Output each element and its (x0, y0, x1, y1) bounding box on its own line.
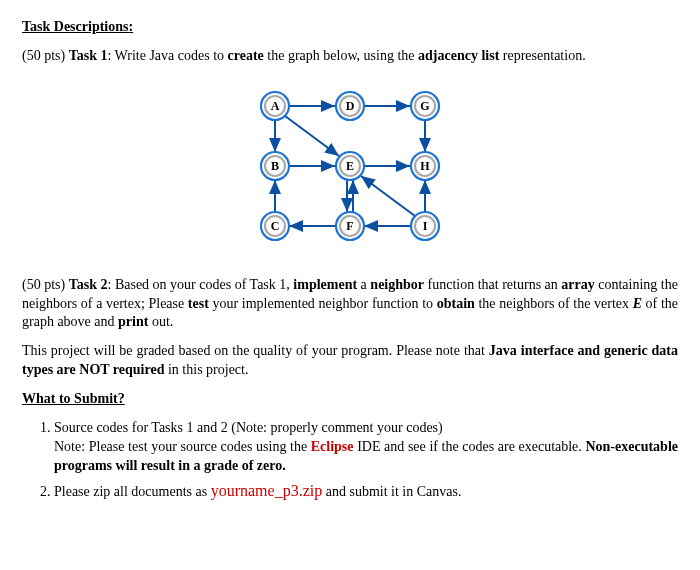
task1-paragraph: (50 pts) Task 1: Write Java codes to cre… (22, 47, 678, 66)
t2t5: your implemented neighbor function to (209, 296, 437, 311)
svg-text:A: A (271, 99, 280, 113)
task1-pts: (50 pts) (22, 48, 69, 63)
submit-item-1: Source codes for Tasks 1 and 2 (Note: pr… (54, 419, 678, 476)
t2obt: obtain (437, 296, 475, 311)
task1-label: Task 1 (69, 48, 108, 63)
t2arr: array (561, 277, 594, 292)
submit2-post: and submit it in Canvas. (322, 484, 461, 499)
svg-text:D: D (346, 99, 355, 113)
task2-label: Task 2 (69, 277, 108, 292)
graph-node-e: E (336, 152, 364, 180)
svg-text:G: G (420, 99, 429, 113)
task2-pts: (50 pts) (22, 277, 69, 292)
t2t8: out. (148, 314, 173, 329)
submit1b-eclipse: Eclipse (311, 439, 354, 454)
graph-node-d: D (336, 92, 364, 120)
t2E: E (633, 296, 642, 311)
graph-node-c: C (261, 212, 289, 240)
graph-node-g: G (411, 92, 439, 120)
submit1b-pre: Note: Please test your source codes usin… (54, 439, 311, 454)
submit2-pre: Please zip all documents as (54, 484, 211, 499)
svg-text:C: C (271, 219, 280, 233)
grading-t2: in this project. (164, 362, 248, 377)
graph-diagram: A D G B E H C F I (22, 76, 678, 262)
graph-node-h: H (411, 152, 439, 180)
svg-text:H: H (420, 159, 430, 173)
graph-node-i: I (411, 212, 439, 240)
svg-text:F: F (346, 219, 353, 233)
graph-node-f: F (336, 212, 364, 240)
task1-adjacency: adjacency list (418, 48, 499, 63)
svg-text:B: B (271, 159, 279, 173)
t2t6: the neighbors of the vertex (475, 296, 633, 311)
svg-line-14 (361, 176, 415, 216)
t2t3: function that returns an (424, 277, 561, 292)
t2t2: a (357, 277, 370, 292)
task-descriptions-heading: Task Descriptions: (22, 18, 678, 37)
t2impl: implement (293, 277, 357, 292)
t2print: print (118, 314, 148, 329)
grading-paragraph: This project will be graded based on the… (22, 342, 678, 380)
graph-node-b: B (261, 152, 289, 180)
what-to-submit-heading: What to Submit? (22, 390, 678, 409)
task2-paragraph: (50 pts) Task 2: Based on your codes of … (22, 276, 678, 333)
submit-list: Source codes for Tasks 1 and 2 (Note: pr… (22, 419, 678, 502)
task1-text1: : Write Java codes to (107, 48, 227, 63)
t2test: test (188, 296, 209, 311)
submit1a: Source codes for Tasks 1 and 2 (Note: pr… (54, 420, 443, 435)
svg-text:E: E (346, 159, 354, 173)
task1-create: create (228, 48, 264, 63)
t2t1: : Based on your codes of Task 1, (107, 277, 293, 292)
svg-line-6 (285, 116, 339, 156)
task1-text3: representation. (499, 48, 585, 63)
submit2-zipname: yourname_p3.zip (211, 482, 323, 499)
graph-node-a: A (261, 92, 289, 120)
grading-t1: This project will be graded based on the… (22, 343, 489, 358)
svg-text:I: I (423, 219, 428, 233)
t2neigh: neighbor (370, 277, 424, 292)
task1-text2: the graph below, using the (264, 48, 418, 63)
submit-item-2: Please zip all documents as yourname_p3.… (54, 480, 678, 502)
submit1b-mid: IDE and see if the codes are executable. (354, 439, 586, 454)
